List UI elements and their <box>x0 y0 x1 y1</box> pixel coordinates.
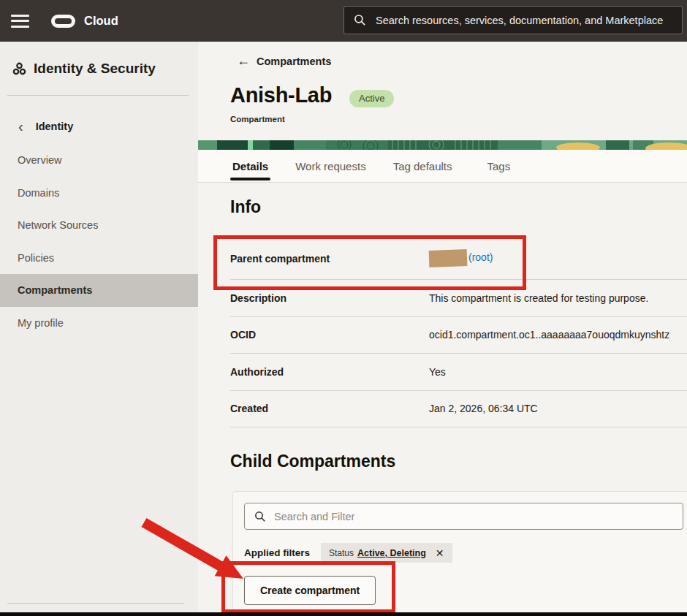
sidebar-item-policies[interactable]: Policies <box>0 242 198 275</box>
info-value: This compartment is created for testing … <box>429 292 648 304</box>
search-icon <box>254 511 266 522</box>
info-row-ocid: OCID ocid1.compartment.oc1..aaaaaaaa7ouo… <box>230 317 687 354</box>
tab-work-requests[interactable]: Work requests <box>295 150 365 182</box>
tab-bar: Details Work requests Tag defaults Tags <box>198 150 687 183</box>
topbar: Cloud Search resources, services, docume… <box>0 0 687 42</box>
redacted-value-box <box>429 249 468 267</box>
global-search-placeholder: Search resources, services, documentatio… <box>376 15 663 26</box>
root-compartment-link[interactable]: (root) <box>468 251 493 263</box>
chevron-left-icon: ‹ <box>18 119 23 134</box>
status-badge: Active <box>349 90 394 107</box>
sidebar: Identity & Security ‹ Identity Overview … <box>0 42 198 616</box>
sidebar-title: Identity & Security <box>34 61 156 77</box>
sidebar-item-network-sources[interactable]: Network Sources <box>0 209 198 242</box>
sidebar-bottom-divider <box>7 603 184 604</box>
oracle-logo-icon <box>51 15 75 28</box>
breadcrumb-label: Compartments <box>257 56 331 67</box>
info-row-parent-compartment: Parent compartment (root) <box>230 237 687 280</box>
filter-chip-prefix: Status <box>329 548 354 558</box>
brand-label: Cloud <box>84 14 118 28</box>
sidebar-back-identity[interactable]: ‹ Identity <box>0 116 73 137</box>
search-and-filter-placeholder: Search and Filter <box>274 511 354 522</box>
filter-chip-value[interactable]: Active, Deleting <box>357 548 426 558</box>
page-subtitle: Compartment <box>230 115 285 123</box>
info-label: OCID <box>230 329 429 341</box>
tab-tags[interactable]: Tags <box>487 150 511 182</box>
info-label: Created <box>230 403 429 414</box>
info-label: Authorized <box>230 366 429 378</box>
info-value: ocid1.compartment.oc1..aaaaaaaa7ouoqdmku… <box>429 329 669 341</box>
tab-tag-defaults[interactable]: Tag defaults <box>393 150 452 182</box>
close-icon[interactable]: ✕ <box>436 547 444 559</box>
sidebar-item-domains[interactable]: Domains <box>0 177 198 210</box>
breadcrumb[interactable]: ← Compartments <box>237 53 331 69</box>
back-arrow-icon: ← <box>237 53 250 69</box>
info-heading: Info <box>230 197 261 217</box>
info-value: Yes <box>429 366 446 378</box>
identity-security-icon <box>12 61 27 77</box>
create-compartment-button[interactable]: Create compartment <box>244 576 376 605</box>
child-compartments-panel: Search and Filter Applied filters Status… <box>232 491 687 616</box>
main-content: ← Compartments Anish-Lab Active Compartm… <box>198 42 687 616</box>
global-search-input[interactable]: Search resources, services, documentatio… <box>344 6 683 34</box>
info-value: (root) <box>429 250 493 267</box>
banner-art <box>198 140 687 150</box>
tab-details[interactable]: Details <box>232 150 268 182</box>
sidebar-item-compartments[interactable]: Compartments <box>0 274 198 307</box>
applied-filters-label: Applied filters <box>244 547 310 558</box>
bottom-edge-bar <box>0 612 687 616</box>
info-row-created: Created Jan 2, 2026, 06:34 UTC <box>230 391 687 428</box>
sidebar-item-overview[interactable]: Overview <box>0 144 198 177</box>
applied-filters-row: Applied filters Status Active, Deleting … <box>244 543 452 563</box>
info-row-description: Description This compartment is created … <box>230 280 687 317</box>
search-icon <box>354 14 366 26</box>
oci-console-screen: Cloud Search resources, services, docume… <box>0 0 687 616</box>
child-compartments-heading: Child Compartments <box>230 452 395 471</box>
filter-chip-status: Status Active, Deleting ✕ <box>321 543 452 563</box>
info-table: Parent compartment (root) Description Th… <box>230 237 687 427</box>
info-label: Description <box>230 292 429 304</box>
hamburger-menu-icon[interactable] <box>11 15 29 28</box>
sidebar-item-my-profile[interactable]: My profile <box>0 307 198 340</box>
sidebar-divider <box>7 95 189 96</box>
sidebar-nav: Overview Domains Network Sources Policie… <box>0 144 198 339</box>
sidebar-back-label: Identity <box>36 121 74 132</box>
info-label: Parent compartment <box>230 253 429 265</box>
info-value: Jan 2, 2026, 06:34 UTC <box>429 403 538 414</box>
page-title: Anish-Lab <box>230 83 332 107</box>
search-and-filter-input[interactable]: Search and Filter <box>244 503 683 530</box>
sidebar-header: Identity & Security <box>12 61 156 77</box>
info-row-authorized: Authorized Yes <box>230 354 687 391</box>
